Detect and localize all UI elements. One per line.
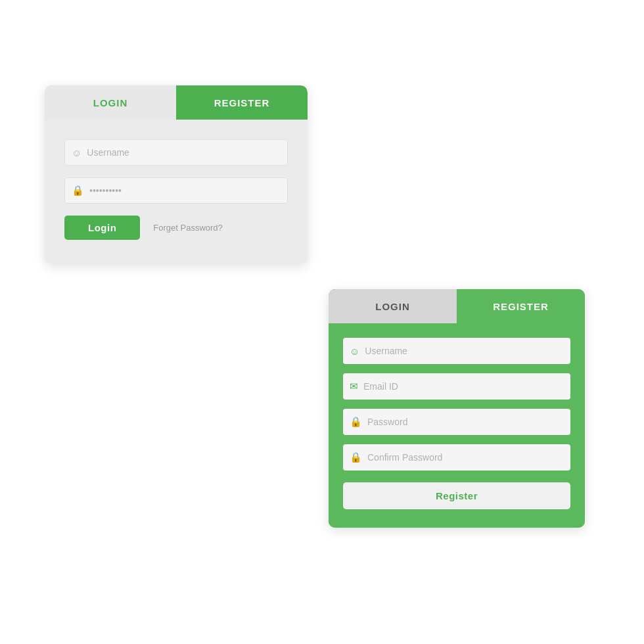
password-row: 🔒 (64, 177, 288, 204)
tab-bar-register-card: LOGIN REGISTER (329, 289, 585, 323)
tab-login-green-label: LOGIN (375, 301, 410, 312)
forget-password-link[interactable]: Forget Password? (153, 223, 223, 233)
tab-login-label: LOGIN (93, 97, 128, 108)
reg-confirm-input[interactable] (367, 452, 564, 463)
tab-register-light[interactable]: REGISTER (176, 85, 308, 120)
register-card: LOGIN REGISTER ☺ ✉ 🔒 🔒 Register (329, 289, 585, 528)
tab-register-green[interactable]: REGISTER (457, 289, 585, 323)
login-actions: Login Forget Password? (64, 216, 288, 240)
reg-user-icon: ☺ (350, 346, 359, 357)
reg-password-input[interactable] (367, 417, 564, 427)
password-input[interactable] (89, 185, 281, 196)
reg-email-row: ✉ (343, 373, 570, 400)
user-icon: ☺ (72, 147, 81, 158)
reg-confirm-row: 🔒 (343, 444, 570, 471)
reg-confirm-lock-icon: 🔒 (350, 451, 362, 463)
reg-password-row: 🔒 (343, 409, 570, 435)
reg-email-icon: ✉ (350, 380, 358, 392)
register-form-body: ☺ ✉ 🔒 🔒 Register (329, 323, 585, 528)
login-button[interactable]: Login (64, 216, 140, 240)
username-input[interactable] (87, 147, 281, 158)
tab-register-green-label: REGISTER (493, 301, 549, 312)
reg-email-input[interactable] (363, 381, 564, 392)
username-row: ☺ (64, 139, 288, 166)
register-button[interactable]: Register (343, 482, 570, 509)
lock-icon: 🔒 (72, 185, 84, 196)
login-card: LOGIN REGISTER ☺ 🔒 Login Forget Password… (45, 85, 308, 264)
tab-login-green[interactable]: LOGIN (329, 289, 457, 323)
tab-bar-login-card: LOGIN REGISTER (45, 85, 308, 120)
reg-lock-icon: 🔒 (350, 416, 362, 428)
reg-username-input[interactable] (365, 346, 564, 356)
tab-login-light[interactable]: LOGIN (45, 85, 176, 120)
reg-username-row: ☺ (343, 338, 570, 364)
tab-register-label: REGISTER (214, 97, 270, 108)
login-form-body: ☺ 🔒 Login Forget Password? (45, 120, 308, 264)
